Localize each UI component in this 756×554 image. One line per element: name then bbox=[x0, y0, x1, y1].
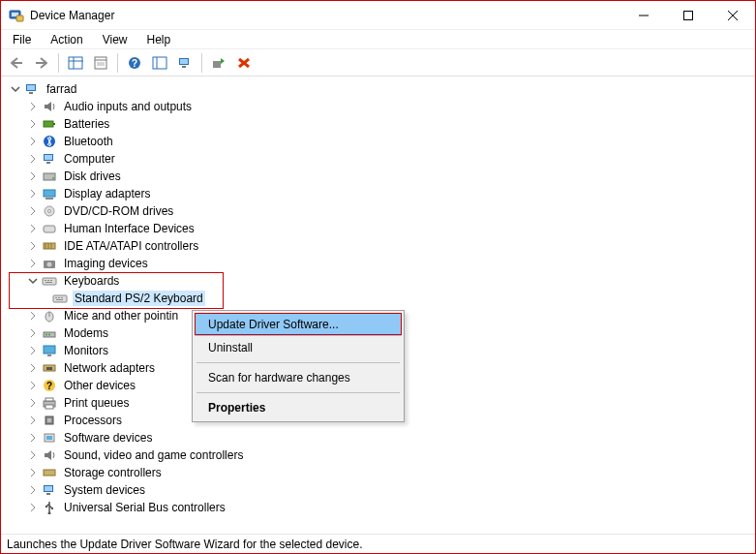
chevron-right-icon[interactable] bbox=[26, 397, 39, 410]
svg-text:?: ? bbox=[132, 58, 137, 69]
svg-rect-52 bbox=[55, 297, 57, 298]
chevron-right-icon[interactable] bbox=[26, 153, 39, 166]
update-driver-button[interactable] bbox=[207, 51, 230, 75]
menu-view[interactable]: View bbox=[95, 31, 136, 48]
maximize-button[interactable] bbox=[666, 1, 711, 30]
menu-separator bbox=[197, 392, 400, 393]
mouse-icon bbox=[41, 308, 58, 323]
chevron-right-icon[interactable] bbox=[26, 380, 39, 392]
keyboard-icon bbox=[51, 291, 69, 306]
help-button[interactable]: ? bbox=[123, 51, 146, 75]
chevron-right-icon[interactable] bbox=[26, 118, 39, 131]
close-button[interactable] bbox=[711, 1, 755, 30]
ide-controller-icon bbox=[41, 238, 58, 254]
menu-separator bbox=[197, 362, 400, 363]
chevron-right-icon[interactable] bbox=[26, 223, 39, 235]
back-button[interactable] bbox=[5, 51, 28, 75]
svg-rect-73 bbox=[46, 436, 52, 440]
hid-icon bbox=[41, 221, 58, 236]
menu-file[interactable]: File bbox=[5, 31, 39, 48]
tree-item-storage-controllers[interactable]: Storage controllers bbox=[7, 464, 755, 481]
chevron-right-icon[interactable] bbox=[26, 101, 39, 113]
chevron-right-icon[interactable] bbox=[26, 415, 39, 427]
chevron-right-icon[interactable] bbox=[26, 188, 39, 200]
tree-item-disk-drives[interactable]: Disk drives bbox=[7, 168, 755, 185]
chevron-down-icon[interactable] bbox=[9, 83, 21, 96]
menu-item-properties[interactable]: Properties bbox=[195, 396, 402, 419]
tree-root[interactable]: farrad bbox=[7, 80, 755, 98]
tree-item-computer[interactable]: Computer bbox=[7, 150, 755, 168]
chevron-right-icon[interactable] bbox=[26, 170, 39, 183]
tree-item-sound[interactable]: Sound, video and game controllers bbox=[7, 446, 755, 464]
chevron-right-icon[interactable] bbox=[26, 432, 39, 445]
toolbar-separator bbox=[58, 53, 59, 73]
svg-rect-47 bbox=[45, 280, 46, 281]
minimize-button[interactable] bbox=[621, 1, 666, 30]
tree-item-batteries[interactable]: Batteries bbox=[7, 115, 755, 133]
svg-point-59 bbox=[45, 334, 47, 336]
svg-rect-46 bbox=[43, 278, 56, 285]
tree-item-system-devices[interactable]: System devices bbox=[7, 481, 755, 499]
tree-item-usb[interactable]: Universal Serial Bus controllers bbox=[7, 499, 755, 516]
tree-item-keyboards[interactable]: Keyboards bbox=[7, 272, 755, 290]
properties-button[interactable] bbox=[89, 51, 112, 75]
tree-item-imaging[interactable]: Imaging devices bbox=[7, 255, 755, 272]
menu-action[interactable]: Action bbox=[43, 31, 90, 48]
chevron-right-icon[interactable] bbox=[26, 205, 39, 218]
audio-icon bbox=[41, 99, 58, 114]
chevron-right-icon[interactable] bbox=[26, 345, 39, 357]
chevron-right-icon[interactable] bbox=[26, 449, 39, 462]
optical-drive-icon bbox=[41, 203, 58, 219]
show-hide-tree-button[interactable] bbox=[64, 51, 87, 75]
menu-help[interactable]: Help bbox=[139, 31, 179, 48]
svg-rect-69 bbox=[45, 405, 53, 409]
toolbar-separator bbox=[201, 53, 202, 73]
svg-rect-51 bbox=[53, 295, 67, 302]
chevron-right-icon[interactable] bbox=[26, 502, 39, 514]
sound-icon bbox=[41, 447, 58, 463]
uninstall-button[interactable] bbox=[232, 51, 256, 75]
tree-item-display-adapters[interactable]: Display adapters bbox=[7, 185, 755, 202]
menu-item-uninstall[interactable]: Uninstall bbox=[195, 336, 402, 359]
network-icon bbox=[41, 360, 58, 376]
forward-button[interactable] bbox=[30, 51, 53, 75]
svg-rect-20 bbox=[182, 66, 186, 68]
tree-item-ide[interactable]: IDE ATA/ATAPI controllers bbox=[7, 237, 755, 255]
tree-item-standard-ps2-keyboard[interactable]: Standard PS/2 Keyboard bbox=[7, 290, 755, 307]
chevron-right-icon[interactable] bbox=[26, 310, 39, 323]
svg-rect-35 bbox=[44, 190, 55, 197]
menu-item-scan-hardware[interactable]: Scan for hardware changes bbox=[195, 366, 402, 389]
svg-rect-27 bbox=[44, 121, 53, 127]
chevron-right-icon[interactable] bbox=[26, 467, 39, 479]
svg-point-45 bbox=[47, 262, 52, 267]
svg-rect-4 bbox=[684, 11, 693, 19]
scan-hardware-button[interactable] bbox=[173, 51, 197, 75]
svg-rect-68 bbox=[45, 398, 53, 401]
tree-item-hid[interactable]: Human Interface Devices bbox=[7, 220, 755, 237]
menu-item-update-driver[interactable]: Update Driver Software... bbox=[195, 313, 402, 336]
device-tree[interactable]: farrad Audio inputs and outputs Batterie… bbox=[1, 77, 755, 534]
tree-item-dvd[interactable]: DVD/CD-ROM drives bbox=[7, 202, 755, 220]
battery-icon bbox=[41, 116, 58, 132]
statusbar: Launches the Update Driver Software Wiza… bbox=[1, 534, 755, 553]
tree-item-software-devices[interactable]: Software devices bbox=[7, 429, 755, 446]
printer-icon bbox=[41, 395, 58, 411]
chevron-right-icon[interactable] bbox=[26, 484, 39, 497]
chevron-right-icon[interactable] bbox=[26, 327, 39, 340]
window-title: Device Manager bbox=[30, 9, 114, 22]
tree-root-label: farrad bbox=[45, 81, 78, 97]
svg-text:?: ? bbox=[46, 381, 52, 391]
monitor-icon bbox=[41, 343, 58, 358]
chevron-right-icon[interactable] bbox=[26, 362, 39, 375]
software-device-icon bbox=[41, 430, 58, 446]
chevron-right-icon[interactable] bbox=[26, 136, 39, 148]
chevron-down-icon[interactable] bbox=[26, 275, 39, 288]
svg-rect-31 bbox=[45, 155, 52, 160]
status-text: Launches the Update Driver Software Wiza… bbox=[7, 538, 363, 551]
display-adapter-icon bbox=[41, 186, 58, 201]
tree-item-audio[interactable]: Audio inputs and outputs bbox=[7, 98, 755, 115]
chevron-right-icon[interactable] bbox=[26, 258, 39, 270]
action-center-button[interactable] bbox=[148, 51, 171, 75]
chevron-right-icon[interactable] bbox=[26, 240, 39, 253]
tree-item-bluetooth[interactable]: Bluetooth bbox=[7, 133, 755, 150]
